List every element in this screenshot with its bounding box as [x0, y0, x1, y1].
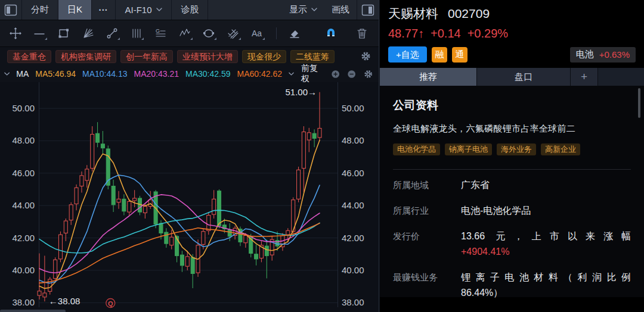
stock-change: +0.14 [431, 27, 461, 40]
field-label: 最赚钱业务 [393, 270, 461, 301]
zoom-in-icon[interactable] [331, 69, 340, 79]
rectangle-tool-icon[interactable] [56, 25, 72, 42]
stock-header: 天赐材料 002709 48.77↑ +0.14 +0.29% +自选 融 通 … [380, 0, 644, 63]
field-value: 电池-电池化学品 [461, 203, 631, 219]
candlestick-chart-area[interactable]: 50.0050.0048.0048.0046.0046.0044.0044.00… [0, 82, 379, 312]
svg-text:44.00: 44.00 [342, 200, 364, 210]
stock-info-panel: 天赐材料 002709 48.77↑ +0.14 +0.29% +自选 融 通 … [380, 0, 644, 312]
tab-diagnose-stock[interactable]: 诊股 [172, 0, 208, 20]
tab-minute-chart[interactable]: 分时 [22, 0, 58, 20]
ma-indicator-bar: MA MA5:46.94 MA10:44.13 MA20:43.21 MA30:… [0, 65, 379, 82]
stock-connect-badge[interactable]: 通 [452, 47, 467, 63]
tab-recommend[interactable]: 推荐 [380, 68, 477, 86]
info-field-row: 最赚钱业务锂离子电池材料（利润比例86.44%） [393, 270, 631, 301]
field-value: 广东省 [461, 177, 631, 193]
display-menu[interactable]: 显示 [282, 0, 324, 20]
chart-tabbar: 分时 日K ••• AI-F10 诊股 显示 画线 [0, 0, 379, 20]
signal-chip[interactable]: 业绩预计大增 [177, 50, 238, 63]
svg-text:42.00: 42.00 [342, 233, 364, 243]
svg-text:50.00: 50.00 [342, 103, 364, 113]
svg-text:Q: Q [108, 300, 113, 307]
toolbar-separator [276, 27, 277, 39]
draw-line-menu[interactable]: 画线 [324, 0, 357, 20]
chevron-down-icon [311, 8, 317, 12]
svg-text:48.00: 48.00 [342, 135, 364, 145]
magnet-tool-icon[interactable] [323, 25, 339, 42]
tab-more-periods[interactable]: ••• [92, 0, 116, 20]
tab-daily-k-label: 日K [67, 4, 82, 15]
svg-text:51.00→: 51.00→ [285, 87, 317, 97]
margin-trading-badge[interactable]: 融 [432, 47, 447, 63]
pitchfork-tool-icon[interactable] [225, 25, 241, 42]
tab-order-book[interactable]: 盘口 [477, 68, 571, 86]
svg-text:38.00: 38.00 [12, 297, 35, 307]
info-field-row: 所属地域广东省 [393, 177, 631, 193]
drawing-toolbar: G Aa [0, 20, 379, 47]
svg-text:38.00: 38.00 [342, 297, 364, 307]
info-tabbar: 推荐 盘口 + [380, 68, 644, 86]
field-value: 锂离子电池材料（利润比例86.44%） [461, 270, 631, 301]
signal-chip[interactable]: 机构密集调研 [55, 50, 116, 63]
vertical-lines-tool-icon[interactable] [129, 25, 144, 42]
signal-chip[interactable]: 创一年新高 [120, 50, 173, 63]
company-tag[interactable]: 海外业务 [497, 143, 536, 155]
collapse-left-panel-button[interactable] [0, 0, 22, 20]
tab-ai-f10[interactable]: AI-F10 [116, 0, 172, 20]
company-description: 全球电解液龙头，六氟磷酸锂市占率全球前二 [393, 123, 631, 135]
segment-tool-icon[interactable] [104, 25, 120, 42]
gann-fan-tool-icon[interactable] [80, 25, 96, 42]
chevron-down-icon[interactable] [289, 72, 294, 76]
tab-recommend-label: 推荐 [419, 71, 437, 83]
collapse-right-panel-button[interactable] [357, 0, 379, 20]
sector-change: +0.63% [599, 49, 630, 60]
ma-indicator-label: MA [16, 69, 29, 79]
info-field-row: 发行价13.66 元，上市以来涨幅+4904.41% [393, 229, 631, 260]
tab-diagnose-label: 诊股 [181, 4, 199, 15]
candlestick-chart[interactable]: 50.0050.0048.0048.0046.0046.0044.0044.00… [0, 82, 379, 312]
stock-app-window: 分时 日K ••• AI-F10 诊股 显示 画线 [0, 0, 644, 312]
add-watchlist-button[interactable]: +自选 [388, 46, 427, 63]
trash-tool-icon[interactable] [354, 25, 370, 42]
eraser-tool-icon[interactable] [287, 25, 302, 42]
tabbar-spacer [208, 0, 282, 20]
trend-line-tool-icon[interactable] [32, 25, 48, 42]
signal-chip[interactable]: 现金很少 [242, 50, 286, 63]
tab-daily-k[interactable]: 日K [58, 0, 92, 20]
stock-price: 48.77↑ [388, 27, 424, 40]
company-tag[interactable]: 高新企业 [541, 143, 580, 155]
signal-chip[interactable]: 二线蓝筹 [290, 50, 335, 63]
settings-gear-icon[interactable] [360, 51, 371, 63]
chart-panel: 分时 日K ••• AI-F10 诊股 显示 画线 [0, 0, 379, 312]
indicator-settings-gear-icon[interactable] [364, 69, 373, 79]
company-fields: 所属地域广东省所属行业电池-电池化学品发行价13.66 元，上市以来涨幅+490… [393, 177, 631, 301]
svg-text:46.00: 46.00 [12, 168, 35, 178]
ma60-value: MA60:42.62 [237, 69, 283, 79]
text-tool-icon[interactable]: Aa [250, 25, 265, 42]
field-value: 13.66 元，上市以来涨幅+4904.41% [461, 229, 631, 260]
move-tool-icon[interactable] [8, 25, 23, 42]
zoom-out-icon[interactable] [347, 69, 356, 79]
ma30-value: MA30:42.59 [185, 69, 231, 79]
ma10-value: MA10:44.13 [82, 69, 128, 79]
sector-chip[interactable]: 电池 +0.63% [570, 47, 636, 63]
panel-right-icon [361, 3, 375, 17]
signal-chip[interactable]: 基金重仓 [7, 50, 51, 63]
company-tag[interactable]: 钠离子电池 [445, 143, 492, 155]
add-tab-button[interactable]: + [571, 68, 598, 86]
adjust-mode-label[interactable]: 前复权 [301, 63, 324, 85]
company-tag[interactable]: 电池化学品 [393, 143, 440, 155]
chevron-down-icon [156, 8, 162, 12]
vertical-scrollbar-thumb[interactable] [638, 88, 640, 118]
ma20-value: MA20:43.21 [134, 69, 179, 79]
chevron-down-icon[interactable] [4, 72, 10, 76]
panel-left-icon [4, 3, 18, 17]
wave-tool-icon[interactable] [177, 25, 193, 42]
company-tags: 电池化学品钠离子电池海外业务高新企业 [393, 143, 631, 155]
gann-grid-tool-icon[interactable]: G [153, 25, 168, 42]
field-label: 所属地域 [393, 177, 461, 193]
company-info-section: 公司资料 全球电解液龙头，六氟磷酸锂市占率全球前二 电池化学品钠离子电池海外业务… [380, 86, 644, 297]
plus-icon: + [581, 70, 587, 83]
horizontal-scrollbar-thumb[interactable] [0, 310, 66, 312]
circle-tool-icon[interactable] [202, 25, 217, 42]
svg-text:42.00: 42.00 [12, 233, 35, 243]
